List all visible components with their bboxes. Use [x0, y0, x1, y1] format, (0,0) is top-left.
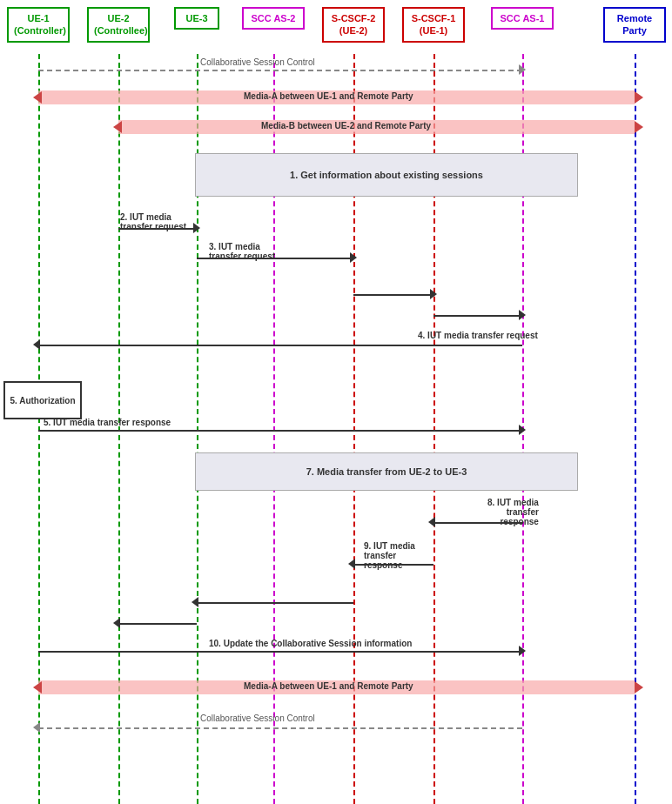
box-region-1: 1. Get information about existing sessio…: [195, 153, 578, 197]
msg4-arrowhead: [33, 339, 40, 350]
msg9c-line: [118, 623, 197, 625]
msg4-line: [38, 345, 522, 346]
msg9b-line: [197, 602, 353, 604]
msg-csc-top-line: [38, 70, 522, 71]
msg3b-arrowhead: [430, 289, 437, 299]
msg5-line: [38, 430, 522, 432]
actor-sccas2: SCC AS-2: [242, 7, 305, 30]
msg-csc-bot-label: Collaborative Session Control: [200, 714, 315, 723]
box-region-7: 7. Media transfer from UE-2 to UE-3: [195, 452, 578, 491]
msg-media-b-top-label: Media-B between UE-2 and Remote Party: [261, 121, 431, 131]
sequence-diagram: UE-1(Controller) UE-2(Controllee) UE-3 S…: [0, 0, 672, 804]
actor-ue1: UE-1(Controller): [7, 7, 70, 43]
msg4-label: 4. IUT media transfer request: [418, 331, 538, 340]
msg-media-a-bot-label: Media-A between UE-1 and Remote Party: [244, 681, 413, 691]
auth-label: 5. Authorization: [10, 396, 75, 405]
msg10-line: [38, 651, 522, 653]
msg-media-b-top-left-arrow: [113, 121, 122, 133]
msg10-label: 10. Update the Collaborative Session inf…: [209, 639, 412, 648]
auth-box: 5. Authorization: [3, 381, 82, 419]
msg2-arrowhead: [193, 223, 200, 233]
msg-csc-bot-line: [38, 727, 522, 729]
msg-media-a-bot-right-arrow: [635, 681, 643, 693]
actor-ue2: UE-2(Controllee): [87, 7, 150, 43]
msg-media-b-top-right-arrow: [635, 121, 643, 133]
msg-media-a-top-left-arrow: [33, 91, 42, 104]
box-region-1-label: 1. Get information about existing sessio…: [290, 170, 483, 180]
msg9-arrowhead: [348, 559, 355, 569]
actor-remote: RemoteParty: [603, 7, 666, 43]
actor-ue3: UE-3: [174, 7, 219, 30]
msg3c-arrowhead: [519, 310, 526, 320]
msg3-label: 3. IUT mediatransfer request: [209, 242, 275, 261]
actor-scscf2: S-CSCF-2(UE-2): [322, 7, 385, 43]
msg3b-line: [353, 294, 433, 296]
msg-media-a-bot-left-arrow: [33, 681, 42, 693]
msg-media-a-top-label: Media-A between UE-1 and Remote Party: [244, 91, 413, 101]
msg9-label: 9. IUT mediatransferresponse: [364, 541, 415, 570]
msg2-label: 2. IUT mediatransfer request: [120, 212, 186, 231]
msg3-arrowhead: [350, 252, 357, 263]
msg9c-arrowhead: [113, 618, 120, 628]
msg8-label: 8. IUT mediatransferresponse: [487, 498, 539, 526]
box-region-7-label: 7. Media transfer from UE-2 to UE-3: [306, 466, 467, 477]
actor-scscf1: S-CSCF-1(UE-1): [402, 7, 465, 43]
actor-sccas1: SCC AS-1: [491, 7, 554, 30]
msg-csc-bot-arrowhead: [33, 722, 40, 733]
msg-csc-top-label: Collaborative Session Control: [200, 57, 315, 67]
msg-csc-top-arrowhead: [519, 64, 526, 75]
msg9b-arrowhead: [192, 597, 198, 607]
msg5-arrowhead: [519, 425, 526, 435]
msg10-arrowhead: [519, 646, 526, 656]
msg3c-line: [433, 315, 522, 317]
msg-media-a-top-right-arrow: [635, 91, 643, 104]
msg8-arrowhead: [428, 517, 435, 527]
